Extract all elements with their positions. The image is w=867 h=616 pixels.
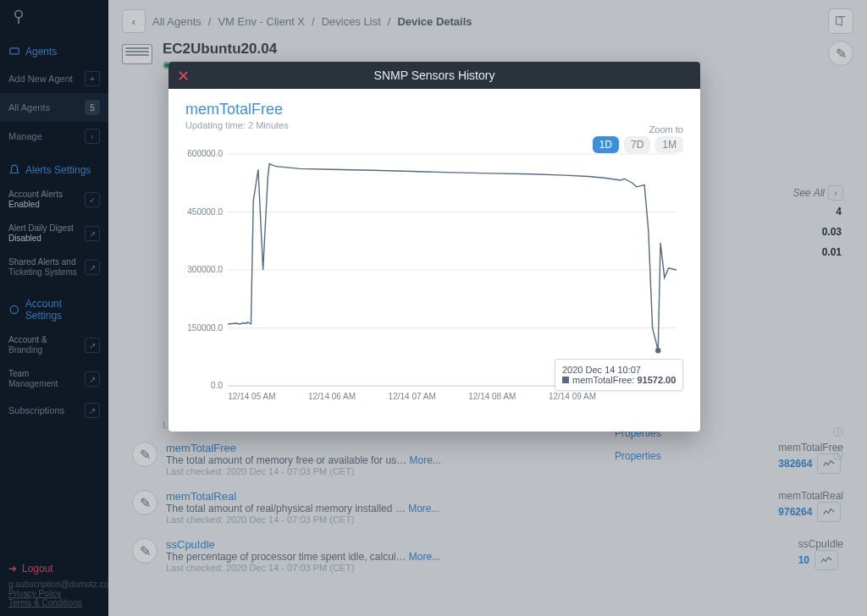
svg-text:0.0: 0.0 bbox=[211, 381, 223, 390]
svg-text:12/14 07 AM: 12/14 07 AM bbox=[389, 392, 436, 401]
history-modal: ✕ SNMP Sensors History memTotalFree Upda… bbox=[168, 62, 700, 432]
svg-text:300000.0: 300000.0 bbox=[187, 265, 223, 274]
chart-tooltip: 2020 Dec 14 10:07 memTotalFree: 91572.00 bbox=[555, 359, 683, 391]
svg-text:12/14 09 AM: 12/14 09 AM bbox=[549, 392, 596, 401]
svg-text:12/14 05 AM: 12/14 05 AM bbox=[228, 392, 275, 401]
modal-header: ✕ SNMP Sensors History bbox=[168, 62, 700, 89]
svg-text:150000.0: 150000.0 bbox=[187, 323, 223, 333]
chart-area[interactable]: 0.0150000.0300000.0450000.0600000.012/14… bbox=[185, 147, 683, 410]
svg-point-19 bbox=[655, 348, 660, 353]
close-icon[interactable]: ✕ bbox=[177, 67, 190, 85]
chart-title: memTotalFree bbox=[185, 101, 683, 118]
svg-text:600000.0: 600000.0 bbox=[187, 149, 223, 158]
zoom-label: Zoom to bbox=[593, 124, 683, 135]
svg-text:12/14 06 AM: 12/14 06 AM bbox=[308, 392, 356, 401]
modal-title: SNMP Sensors History bbox=[374, 69, 495, 82]
svg-text:12/14 08 AM: 12/14 08 AM bbox=[468, 392, 516, 401]
svg-text:450000.0: 450000.0 bbox=[187, 207, 223, 217]
